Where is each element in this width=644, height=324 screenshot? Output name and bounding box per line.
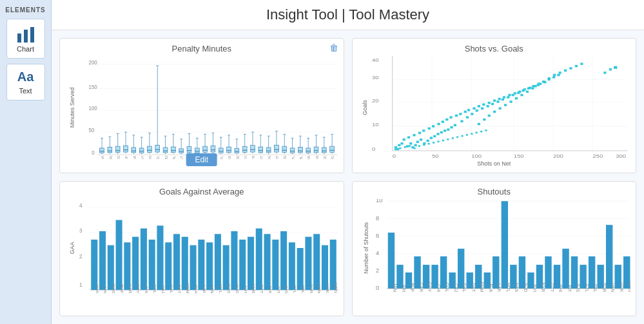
- svg-rect-249: [467, 109, 469, 111]
- svg-text:4: 4: [376, 249, 380, 256]
- shots-y-label: Goals: [362, 100, 368, 115]
- svg-text:NYI: NYI: [532, 285, 536, 292]
- svg-rect-350: [198, 240, 204, 290]
- svg-rect-230: [440, 131, 442, 133]
- svg-rect-94: [203, 146, 208, 152]
- svg-text:DAL: DAL: [173, 156, 176, 159]
- svg-rect-290: [503, 104, 506, 106]
- svg-rect-237: [413, 134, 415, 136]
- svg-rect-349: [190, 245, 197, 290]
- svg-text:DET: DET: [177, 284, 181, 293]
- svg-text:CHI: CHI: [436, 284, 440, 292]
- svg-rect-360: [280, 231, 287, 290]
- svg-rect-40: [132, 148, 136, 153]
- svg-rect-338: [99, 231, 106, 290]
- svg-text:CHI: CHI: [144, 285, 148, 293]
- svg-rect-241: [431, 125, 434, 127]
- svg-text:DAL: DAL: [170, 285, 173, 294]
- svg-text:ARI: ARI: [401, 285, 405, 292]
- svg-text:200: 200: [88, 59, 97, 65]
- svg-rect-299: [553, 74, 556, 76]
- svg-rect-1: [24, 30, 28, 43]
- svg-rect-148: [275, 145, 279, 152]
- svg-rect-166: [298, 148, 302, 153]
- chart-label: Chart: [17, 45, 34, 53]
- text-icon: Aa: [17, 70, 34, 84]
- svg-rect-46: [139, 148, 144, 153]
- svg-rect-284: [557, 74, 560, 76]
- svg-rect-292: [514, 97, 517, 99]
- svg-text:50: 50: [431, 153, 438, 159]
- svg-text:NYR: NYR: [541, 283, 545, 292]
- svg-text:NAS: NAS: [228, 155, 231, 159]
- svg-text:100: 100: [471, 153, 482, 159]
- svg-text:VGK: VGK: [324, 155, 327, 159]
- sidebar-label: ELEMENTS: [5, 6, 45, 14]
- svg-text:10: 10: [372, 122, 379, 128]
- svg-rect-341: [124, 242, 130, 290]
- svg-text:OTT: OTT: [260, 156, 264, 159]
- svg-text:NAS: NAS: [514, 283, 519, 292]
- svg-text:BUF: BUF: [125, 156, 128, 159]
- svg-rect-429: [562, 249, 569, 289]
- svg-text:NYR: NYR: [251, 284, 255, 294]
- svg-text:PIT: PIT: [277, 287, 280, 294]
- svg-rect-242: [437, 123, 440, 125]
- svg-rect-154: [282, 146, 287, 152]
- svg-text:NAS: NAS: [227, 284, 231, 294]
- svg-text:0: 0: [392, 153, 395, 159]
- penalty-minutes-chart: Penalty Minutes 🗑 Minutes Served 200 150…: [59, 38, 344, 173]
- svg-text:6: 6: [376, 232, 379, 239]
- svg-text:TBL: TBL: [301, 285, 305, 294]
- svg-text:STL: STL: [292, 156, 295, 159]
- svg-rect-308: [394, 149, 396, 151]
- page-title: Insight Tool | Tool Mastery: [64, 6, 631, 23]
- svg-text:COL: COL: [153, 284, 157, 294]
- sidebar-item-text[interactable]: Aa Text: [6, 64, 45, 100]
- svg-rect-266: [465, 116, 468, 118]
- shots-title: Shots vs. Goals: [358, 44, 631, 53]
- svg-rect-76: [179, 149, 184, 153]
- svg-rect-354: [231, 231, 237, 290]
- svg-rect-422: [501, 201, 507, 289]
- shots-x-label: Shots on Net: [358, 160, 631, 167]
- svg-rect-343: [141, 229, 147, 291]
- delete-icon[interactable]: 🗑: [329, 43, 338, 53]
- svg-rect-245: [449, 116, 452, 118]
- svg-rect-327: [485, 129, 487, 131]
- svg-text:CBJ: CBJ: [161, 285, 165, 293]
- svg-rect-293: [520, 94, 523, 96]
- sidebar-item-chart[interactable]: Chart: [6, 19, 45, 59]
- svg-text:VAN: VAN: [316, 156, 319, 159]
- svg-rect-361: [289, 242, 295, 290]
- svg-rect-276: [517, 91, 520, 93]
- svg-rect-287: [487, 115, 490, 117]
- svg-rect-2: [30, 27, 34, 43]
- svg-rect-298: [547, 77, 550, 79]
- svg-rect-358: [264, 234, 271, 290]
- svg-text:FLA: FLA: [194, 285, 198, 294]
- svg-rect-303: [574, 65, 577, 67]
- penalty-minutes-title: Penalty Minutes: [65, 44, 338, 53]
- svg-text:150: 150: [88, 84, 97, 90]
- svg-text:ARI: ARI: [103, 286, 107, 294]
- svg-text:CGY: CGY: [427, 282, 432, 292]
- edit-button[interactable]: Edit: [186, 153, 217, 166]
- svg-rect-317: [437, 140, 439, 142]
- svg-rect-356: [248, 237, 254, 291]
- svg-rect-112: [227, 147, 231, 153]
- goals-against-chart: Goals Against Average GAA 1 2 3 4: [59, 181, 344, 316]
- svg-rect-142: [266, 148, 271, 153]
- svg-text:DET: DET: [181, 156, 184, 159]
- svg-text:TOR: TOR: [309, 284, 313, 294]
- svg-rect-0: [17, 33, 21, 43]
- svg-rect-355: [239, 240, 246, 290]
- svg-rect-271: [491, 103, 493, 105]
- svg-text:300: 300: [616, 153, 626, 159]
- svg-rect-306: [603, 71, 606, 73]
- svg-text:COL: COL: [445, 283, 449, 292]
- svg-rect-291: [509, 100, 512, 102]
- svg-text:CAR: CAR: [133, 156, 137, 159]
- svg-text:MTL: MTL: [219, 284, 222, 293]
- svg-rect-251: [477, 105, 480, 107]
